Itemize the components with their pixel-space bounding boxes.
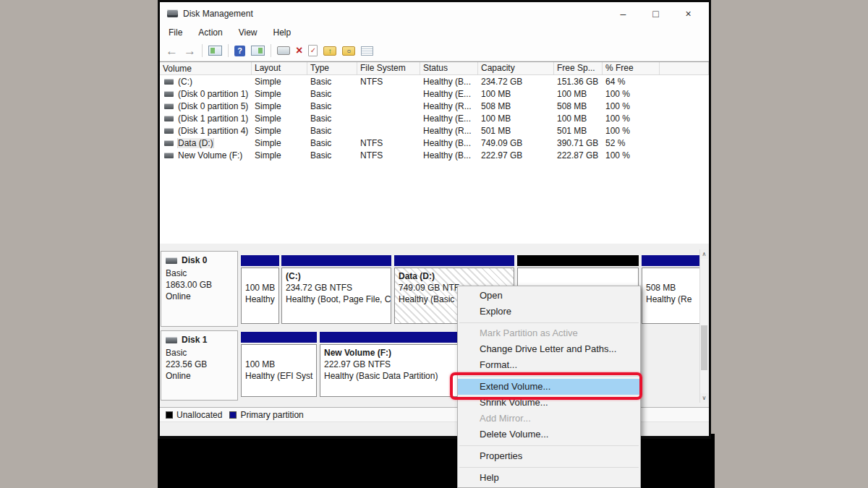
partition-color-bar	[281, 255, 391, 266]
volume-name: (Disk 0 partition 1)	[178, 89, 248, 99]
volume-icon	[164, 103, 174, 109]
primary-partition-swatch	[229, 411, 237, 419]
column-header-volume[interactable]: Volume	[160, 62, 252, 74]
partition-disk0-c[interactable]: (C:) 234.72 GB NTFS Healthy (Boot, Page …	[281, 255, 391, 324]
column-header-capacity[interactable]: Capacity	[478, 62, 554, 74]
volume-name: (C:)	[178, 77, 192, 87]
app-icon	[167, 9, 178, 17]
menu-help[interactable]: Help	[273, 27, 292, 38]
partition-color-bar	[241, 255, 279, 266]
title-bar: Disk Management – □ ×	[160, 2, 709, 25]
menu-item-properties[interactable]: Properties	[458, 448, 640, 464]
extend-volume-annotation-box	[450, 372, 642, 400]
scrollbar-thumb[interactable]	[701, 325, 707, 370]
volume-icon	[164, 153, 174, 158]
menu-item-explore[interactable]: Explore	[458, 304, 640, 320]
column-header-filler	[660, 62, 709, 74]
delete-icon[interactable]: ×	[296, 45, 302, 56]
open-icon[interactable]: ↑	[323, 46, 336, 56]
table-row[interactable]: (Disk 1 partition 1) Simple Basic Health…	[160, 112, 709, 124]
disk-size: 1863.00 GB	[166, 279, 233, 291]
menu-item-mark-partition-active: Mark Partition as Active	[458, 325, 640, 341]
disk-status: Online	[166, 291, 233, 302]
fields-icon[interactable]	[361, 46, 373, 56]
show-action-pane-icon[interactable]	[251, 46, 265, 56]
menu-view[interactable]: View	[239, 27, 258, 38]
disk1-info-panel[interactable]: Disk 1 Basic 223.56 GB Online	[161, 330, 238, 401]
table-row[interactable]: (C:) Simple Basic NTFS Healthy (B... 234…	[160, 75, 709, 87]
scroll-up-icon[interactable]: ∧	[700, 249, 708, 259]
column-header-file-system[interactable]: File System	[357, 62, 420, 74]
menu-file[interactable]: File	[169, 27, 182, 38]
column-header-type[interactable]: Type	[307, 62, 357, 74]
menu-item-help[interactable]: Help	[458, 470, 640, 486]
menu-action[interactable]: Action	[198, 27, 222, 38]
volume-name: New Volume (F:)	[178, 150, 242, 160]
menu-item-open[interactable]: Open	[458, 288, 640, 304]
menu-separator	[459, 445, 639, 446]
partition-disk0-system[interactable]: 100 MB Healthy	[241, 255, 279, 324]
popup-window-icon[interactable]	[277, 46, 290, 55]
column-header-free-space[interactable]: Free Sp...	[554, 62, 603, 74]
disk-icon	[166, 337, 177, 343]
volume-name: (Disk 1 partition 1)	[178, 114, 248, 124]
legend-unallocated: Unallocated	[166, 410, 222, 420]
menu-item-delete-volume[interactable]: Delete Volume...	[458, 427, 640, 442]
toolbar: ← → ? × ✓ ↑ ○	[160, 40, 709, 61]
menu-separator	[459, 322, 639, 323]
disk-name: Disk 0	[182, 254, 207, 266]
close-button[interactable]: ×	[672, 4, 705, 23]
menu-item-add-mirror: Add Mirror...	[458, 411, 640, 427]
volume-name: (Disk 1 partition 4)	[178, 126, 248, 136]
minimize-button[interactable]: –	[607, 4, 639, 23]
find-icon[interactable]: ○	[342, 46, 355, 56]
legend-label: Primary partition	[240, 410, 303, 420]
volume-icon	[164, 116, 174, 121]
disk-size: 223.56 GB	[166, 359, 233, 370]
menu-separator	[459, 467, 639, 468]
partition-color-bar	[241, 332, 317, 343]
unallocated-color-bar	[517, 255, 639, 266]
scroll-down-icon[interactable]: ∨	[700, 393, 708, 403]
disk-icon	[166, 257, 177, 264]
volume-list-pane: Volume Layout Type File System Status Ca…	[160, 61, 709, 244]
legend-label: Unallocated	[176, 410, 222, 420]
partition-color-bar	[394, 255, 514, 266]
disk0-info-panel[interactable]: Disk 0 Basic 1863.00 GB Online	[161, 251, 238, 327]
menu-item-change-drive-letter[interactable]: Change Drive Letter and Paths...	[458, 341, 640, 357]
column-header-status[interactable]: Status	[420, 62, 478, 74]
table-row[interactable]: (Disk 0 partition 1) Simple Basic Health…	[160, 87, 709, 100]
table-row[interactable]: (Disk 0 partition 5) Simple Basic Health…	[160, 100, 709, 112]
partition-color-bar	[642, 255, 700, 266]
back-icon[interactable]: ←	[166, 45, 178, 57]
volume-icon	[164, 91, 174, 97]
column-header-layout[interactable]: Layout	[252, 62, 307, 74]
volume-name: (Disk 0 partition 5)	[178, 101, 248, 111]
menu-item-format[interactable]: Format...	[458, 357, 640, 373]
volume-icon	[164, 140, 174, 146]
unallocated-swatch	[166, 411, 173, 419]
toolbar-separator	[271, 44, 271, 57]
help-icon[interactable]: ?	[234, 46, 245, 56]
volume-table-header: Volume Layout Type File System Status Ca…	[160, 62, 709, 75]
properties-icon[interactable]: ✓	[308, 45, 318, 56]
forward-icon[interactable]: →	[184, 45, 196, 57]
vertical-scrollbar[interactable]: ∧ ∨	[699, 249, 708, 403]
partition-disk0-recovery[interactable]: 508 MB Healthy (Re	[642, 255, 700, 324]
disk-status: Online	[166, 370, 233, 382]
disk-name: Disk 1	[182, 334, 207, 346]
window-title: Disk Management	[183, 9, 253, 19]
maximize-button[interactable]: □	[639, 4, 672, 23]
show-console-tree-icon[interactable]	[208, 46, 222, 56]
menu-bar: File Action View Help	[160, 25, 709, 40]
partition-disk1-efi[interactable]: 100 MB Healthy (EFI Syst	[241, 332, 317, 397]
disk-type: Basic	[166, 267, 233, 279]
legend-primary-partition: Primary partition	[229, 410, 303, 420]
column-header-pct-free[interactable]: % Free	[603, 62, 660, 74]
table-row[interactable]: New Volume (F:) Simple Basic NTFS Health…	[160, 149, 709, 161]
volume-icon	[164, 79, 174, 85]
table-row-selected[interactable]: Data (D:) Simple Basic NTFS Healthy (B..…	[160, 137, 709, 149]
volume-icon	[164, 128, 174, 134]
table-row[interactable]: (Disk 1 partition 4) Simple Basic Health…	[160, 124, 709, 137]
toolbar-separator	[228, 44, 229, 57]
